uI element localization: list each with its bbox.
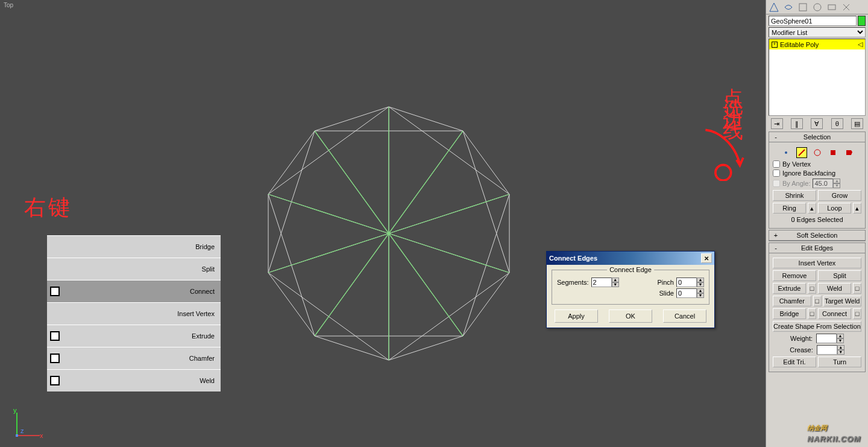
svg-rect-38 bbox=[831, 150, 835, 155]
shrink-button[interactable]: Shrink bbox=[773, 190, 816, 201]
loop-spinner[interactable]: ▴ bbox=[853, 203, 861, 214]
menu-split[interactable]: Split bbox=[47, 258, 221, 280]
annotation-edge-select: 点选边线 bbox=[720, 71, 744, 115]
menu-bridge[interactable]: Bridge bbox=[47, 235, 221, 258]
settings-icon[interactable] bbox=[50, 376, 60, 385]
svg-text:x: x bbox=[40, 432, 43, 439]
menu-connect[interactable]: Connect bbox=[47, 280, 221, 302]
connect-button[interactable]: Connect bbox=[818, 308, 851, 319]
object-name-input[interactable] bbox=[769, 16, 857, 26]
chamfer-settings-icon[interactable]: □ bbox=[813, 296, 822, 306]
svg-text:y: y bbox=[13, 409, 17, 414]
bridge-button[interactable]: Bridge bbox=[773, 308, 806, 319]
turn-button[interactable]: Turn bbox=[818, 357, 861, 367]
connect-settings-icon[interactable]: □ bbox=[853, 308, 861, 319]
axis-gizmo: y x z bbox=[13, 409, 43, 439]
hierarchy-tab-icon[interactable] bbox=[797, 2, 808, 13]
extrude-button[interactable]: Extrude bbox=[773, 283, 806, 294]
svg-point-37 bbox=[814, 150, 820, 156]
border-subobj[interactable] bbox=[812, 147, 823, 158]
configure-icon[interactable]: ▤ bbox=[851, 118, 863, 129]
ring-button[interactable]: Ring bbox=[773, 203, 806, 214]
watermark: 纳金网 NARKII.COM bbox=[807, 415, 861, 443]
svg-rect-31 bbox=[16, 434, 18, 437]
menu-insert-vertex[interactable]: Insert Vertex bbox=[47, 302, 221, 325]
create-tab-icon[interactable] bbox=[769, 2, 779, 13]
svg-point-0 bbox=[715, 165, 731, 180]
svg-point-34 bbox=[814, 4, 821, 11]
display-tab-icon[interactable] bbox=[826, 2, 837, 13]
svg-text:z: z bbox=[20, 427, 24, 434]
extrude-settings-icon[interactable]: □ bbox=[808, 283, 816, 294]
object-color-swatch[interactable] bbox=[858, 16, 866, 26]
pinch-input[interactable] bbox=[676, 277, 697, 287]
bridge-settings-icon[interactable]: □ bbox=[808, 308, 816, 319]
expand-icon[interactable]: + bbox=[772, 42, 778, 48]
modifier-stack[interactable]: + Editable Poly ◁ bbox=[769, 39, 866, 116]
crease-input[interactable] bbox=[817, 345, 837, 355]
weld-settings-icon[interactable]: □ bbox=[853, 283, 861, 294]
remove-modifier-icon[interactable]: θ bbox=[831, 118, 843, 129]
svg-line-24 bbox=[268, 233, 389, 273]
settings-icon[interactable] bbox=[50, 331, 60, 341]
apply-button[interactable]: Apply bbox=[555, 309, 598, 323]
svg-line-20 bbox=[389, 233, 509, 273]
split-button[interactable]: Split bbox=[818, 270, 861, 281]
svg-line-25 bbox=[268, 194, 389, 233]
soft-selection-header[interactable]: +Soft Selection bbox=[769, 230, 865, 241]
modify-tab-icon[interactable] bbox=[783, 2, 794, 13]
menu-chamfer[interactable]: Chamfer bbox=[47, 347, 221, 369]
weight-input[interactable] bbox=[816, 334, 837, 343]
edit-tri-button[interactable]: Edit Tri. bbox=[773, 357, 816, 367]
svg-line-21 bbox=[389, 233, 463, 336]
modifier-list-dropdown[interactable]: Modifier List bbox=[769, 27, 866, 37]
loop-button[interactable]: Loop bbox=[818, 203, 851, 214]
stack-item-editable-poly[interactable]: + Editable Poly ◁ bbox=[769, 39, 865, 49]
fieldset-legend: Connect Edge bbox=[607, 266, 654, 273]
edge-subobj-icon: ◁ bbox=[858, 40, 863, 48]
stack-toolbar: ⇥ ‖ ∀ θ ▤ bbox=[769, 118, 866, 129]
insert-vertex-button[interactable]: Insert Vertex bbox=[773, 258, 861, 268]
slide-input[interactable] bbox=[676, 288, 697, 298]
target-weld-button[interactable]: Target Weld bbox=[823, 296, 862, 306]
settings-icon[interactable] bbox=[50, 353, 60, 363]
segments-input[interactable] bbox=[591, 277, 612, 287]
menu-weld[interactable]: Weld bbox=[47, 369, 221, 392]
svg-rect-33 bbox=[799, 4, 807, 11]
polygon-subobj[interactable] bbox=[828, 147, 838, 158]
make-unique-icon[interactable]: ∀ bbox=[811, 118, 823, 129]
ok-button[interactable]: OK bbox=[609, 309, 652, 323]
show-end-result-icon[interactable]: ‖ bbox=[791, 118, 803, 129]
by-angle-input bbox=[813, 179, 833, 188]
weld-button[interactable]: Weld bbox=[818, 283, 851, 294]
by-angle-checkbox bbox=[773, 180, 780, 187]
panel-tabs[interactable] bbox=[766, 0, 868, 14]
svg-line-23 bbox=[315, 233, 389, 336]
ignore-backfacing-checkbox[interactable] bbox=[773, 170, 780, 177]
cancel-button[interactable]: Cancel bbox=[663, 309, 706, 323]
edit-edges-header[interactable]: -Edit Edges bbox=[769, 243, 865, 253]
pin-stack-icon[interactable]: ⇥ bbox=[771, 118, 783, 129]
by-vertex-checkbox[interactable] bbox=[773, 160, 780, 168]
motion-tab-icon[interactable] bbox=[812, 2, 823, 13]
chamfer-button[interactable]: Chamfer bbox=[773, 296, 811, 306]
connect-edges-dialog: Connect Edges ✕ Connect Edge Segments: ▲… bbox=[546, 251, 715, 328]
element-subobj[interactable] bbox=[843, 147, 854, 158]
utilities-tab-icon[interactable] bbox=[841, 2, 852, 13]
create-shape-button[interactable]: Create Shape From Selection bbox=[773, 321, 861, 332]
soft-selection-rollup: +Soft Selection bbox=[769, 230, 866, 241]
ring-spinner[interactable]: ▴ bbox=[808, 203, 816, 214]
selection-rollup: -Selection By Vertex Ignore Backfacing B… bbox=[769, 132, 866, 229]
edge-subobj[interactable] bbox=[796, 147, 807, 158]
remove-button[interactable]: Remove bbox=[773, 270, 816, 281]
dialog-titlebar[interactable]: Connect Edges ✕ bbox=[547, 252, 714, 265]
svg-line-18 bbox=[389, 131, 463, 233]
grow-button[interactable]: Grow bbox=[818, 190, 861, 201]
menu-extrude[interactable]: Extrude bbox=[47, 325, 221, 347]
close-icon[interactable]: ✕ bbox=[701, 253, 712, 263]
geosphere-wireframe bbox=[259, 104, 518, 363]
selection-header[interactable]: -Selection bbox=[769, 132, 865, 142]
settings-icon[interactable] bbox=[50, 287, 60, 296]
selection-status: 0 Edges Selected bbox=[773, 216, 861, 223]
vertex-subobj[interactable] bbox=[781, 147, 791, 158]
